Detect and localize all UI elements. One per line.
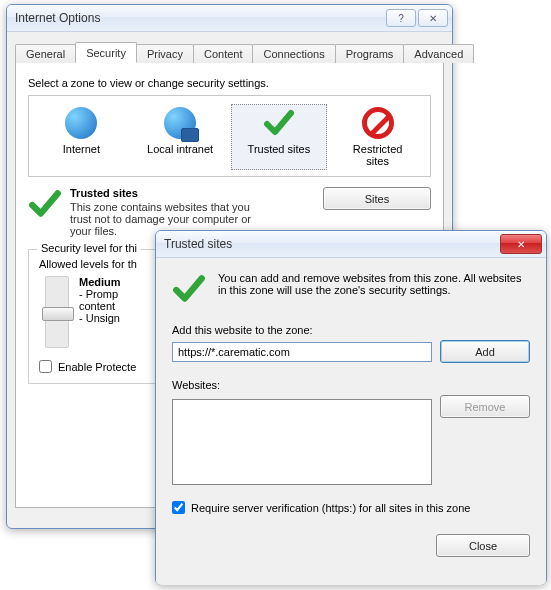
io-title: Internet Options xyxy=(15,11,384,25)
zone-internet[interactable]: Internet xyxy=(33,104,130,170)
require-https-label: Require server verification (https:) for… xyxy=(191,502,470,514)
intranet-icon xyxy=(164,107,196,139)
tab-security[interactable]: Security xyxy=(75,42,137,63)
ts-check-icon xyxy=(172,272,206,308)
slider-thumb[interactable] xyxy=(42,307,74,321)
security-slider[interactable] xyxy=(45,276,69,348)
tab-content[interactable]: Content xyxy=(193,44,254,63)
close-icon: ✕ xyxy=(517,239,525,250)
zone-local-intranet[interactable]: Local intranet xyxy=(132,104,229,170)
trusted-sites-dialog: Trusted sites ✕ You can add and remove w… xyxy=(155,230,547,585)
close-dialog-button[interactable]: Close xyxy=(436,534,530,557)
zone-trusted-sites[interactable]: Trusted sites xyxy=(231,104,328,170)
zone-restricted-sites[interactable]: Restricted sites xyxy=(329,104,426,170)
ts-close-button[interactable]: ✕ xyxy=(500,234,542,254)
check-icon xyxy=(263,107,295,139)
globe-icon xyxy=(65,107,97,139)
websites-listbox[interactable] xyxy=(172,399,432,485)
select-zone-label: Select a zone to view or change security… xyxy=(28,77,431,89)
close-button[interactable]: ✕ xyxy=(418,9,448,27)
tab-connections[interactable]: Connections xyxy=(252,44,335,63)
zone-desc-title: Trusted sites xyxy=(70,187,315,199)
zone-list: Internet Local intranet Trusted sites Re… xyxy=(28,95,431,177)
help-button[interactable]: ? xyxy=(386,9,416,27)
tab-programs[interactable]: Programs xyxy=(335,44,405,63)
restricted-icon xyxy=(362,107,394,139)
big-check-icon xyxy=(28,187,62,237)
tab-general[interactable]: General xyxy=(15,44,76,63)
io-titlebar[interactable]: Internet Options ? ✕ xyxy=(7,5,452,32)
require-https-checkbox[interactable] xyxy=(172,501,185,514)
ts-title: Trusted sites xyxy=(164,237,498,251)
ts-body: You can add and remove websites from thi… xyxy=(156,258,546,585)
add-website-input[interactable] xyxy=(172,342,432,362)
add-button[interactable]: Add xyxy=(440,340,530,363)
ts-intro-row: You can add and remove websites from thi… xyxy=(172,272,530,308)
ts-titlebar[interactable]: Trusted sites ✕ xyxy=(156,231,546,258)
ts-intro-text: You can add and remove websites from thi… xyxy=(218,272,530,308)
remove-button[interactable]: Remove xyxy=(440,395,530,418)
security-level-legend: Security level for thi xyxy=(37,242,141,254)
websites-label: Websites: xyxy=(172,379,530,391)
sites-button[interactable]: Sites xyxy=(323,187,431,210)
close-icon: ✕ xyxy=(429,13,437,24)
add-website-label: Add this website to the zone: xyxy=(172,324,530,336)
help-icon: ? xyxy=(398,13,404,24)
enable-protected-checkbox[interactable] xyxy=(39,360,52,373)
tab-advanced[interactable]: Advanced xyxy=(403,44,474,63)
tabstrip: General Security Privacy Content Connect… xyxy=(15,40,444,63)
tab-privacy[interactable]: Privacy xyxy=(136,44,194,63)
enable-protected-label: Enable Protecte xyxy=(58,361,136,373)
